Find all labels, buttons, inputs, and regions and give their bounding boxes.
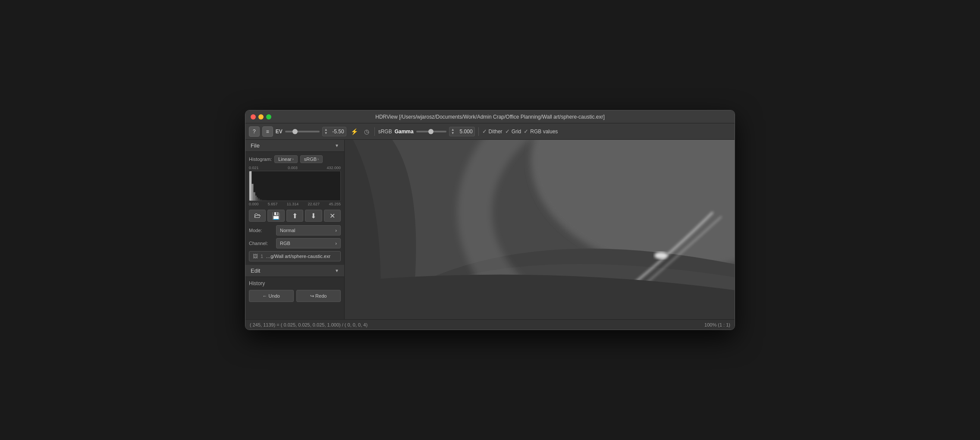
gamma-label: Gamma xyxy=(395,129,414,135)
rgb-values-label: RGB values xyxy=(530,129,558,135)
gamma-value-container: ▲ ▼ 5.000 xyxy=(449,127,475,136)
close-file-icon: ✕ xyxy=(330,212,335,220)
gamma-value: 5.000 xyxy=(455,129,473,135)
minimize-button[interactable] xyxy=(258,114,264,119)
file-actions: 🗁 💾 ⬆ ⬇ ✕ xyxy=(249,210,341,222)
gamma-down-arrow[interactable]: ▼ xyxy=(451,132,455,135)
dither-label: Dither xyxy=(489,129,503,135)
close-file-button[interactable]: ✕ xyxy=(324,210,341,222)
rgb-check-icon: ✓ xyxy=(524,128,528,135)
grid-label: Grid xyxy=(512,129,521,135)
ev-slider[interactable] xyxy=(285,131,320,132)
app-window: HDRView [/Users/wjarosz/Documents/Work/A… xyxy=(245,110,735,330)
gamma-slider[interactable] xyxy=(416,131,446,132)
mode-value: Normal xyxy=(280,228,295,233)
separator-1 xyxy=(374,127,375,136)
image-area[interactable] xyxy=(345,140,735,319)
mode-arrow: › xyxy=(335,228,337,233)
rgb-values-toggle[interactable]: ✓ RGB values xyxy=(524,128,558,135)
channel-arrow: › xyxy=(335,241,337,246)
svg-point-12 xyxy=(654,252,667,259)
srgb-label: sRGB xyxy=(378,129,392,135)
sidebar: File ▼ Histogram: Linear › sRGB › xyxy=(245,140,345,319)
file-section-header[interactable]: File ▼ xyxy=(245,140,344,152)
main-content: File ▼ Histogram: Linear › sRGB › xyxy=(245,140,735,319)
channel-value: RGB xyxy=(280,241,290,246)
svg-rect-6 xyxy=(260,199,262,201)
svg-rect-3 xyxy=(255,195,257,201)
file-item-num: 1 xyxy=(261,254,263,259)
edit-section-header[interactable]: Edit ▼ xyxy=(245,265,344,277)
download-button[interactable]: ⬇ xyxy=(305,210,322,222)
dither-check-icon: ✓ xyxy=(482,128,487,135)
close-button[interactable] xyxy=(251,114,256,119)
undo-label: ← Undo xyxy=(263,293,280,299)
status-left: ( 245, 1139) = ( 0.025, 0.025, 0.025, 1.… xyxy=(250,322,368,327)
svg-rect-1 xyxy=(251,184,253,201)
maximize-button[interactable] xyxy=(266,114,271,119)
svg-rect-7 xyxy=(262,200,267,201)
histogram-row: Histogram: Linear › sRGB › xyxy=(249,155,341,163)
ev-arrows: ▲ ▼ xyxy=(324,128,328,135)
mode-dropdown[interactable]: Normal › xyxy=(276,225,341,236)
window-title: HDRView [/Users/wjarosz/Documents/Work/A… xyxy=(375,114,605,120)
upload-button[interactable]: ⬆ xyxy=(286,210,303,222)
help-button[interactable]: ? xyxy=(249,126,260,137)
channel-label: Channel: xyxy=(249,241,273,246)
svg-rect-8 xyxy=(267,200,339,201)
svg-rect-4 xyxy=(257,197,258,201)
edit-section-title: Edit xyxy=(251,267,260,274)
save-icon: 💾 xyxy=(272,212,280,220)
image-canvas xyxy=(345,140,735,319)
dither-toggle[interactable]: ✓ Dither xyxy=(482,128,503,135)
channel-row: Channel: RGB › xyxy=(249,238,341,248)
hist-bottom-labels: 0.000 5.657 11.314 22.627 45.255 xyxy=(249,202,341,206)
menu-button[interactable]: ≡ xyxy=(262,126,273,137)
hist-top-labels: 0.021 0.003 432.000 xyxy=(249,166,341,170)
upload-icon: ⬆ xyxy=(292,212,298,220)
clock-button[interactable]: ◷ xyxy=(362,127,371,136)
file-item-name: …g/Wall art/sphere-caustic.exr xyxy=(266,254,330,259)
ev-down-arrow[interactable]: ▼ xyxy=(324,132,328,135)
file-item-icon: 🖼 xyxy=(253,253,258,259)
redo-button[interactable]: ↪ Redo xyxy=(296,290,341,302)
redo-label: ↪ Redo xyxy=(310,293,327,299)
srgb-hist-button[interactable]: sRGB › xyxy=(300,155,323,163)
status-bar: ( 245, 1139) = ( 0.025, 0.025, 0.025, 1.… xyxy=(245,319,735,330)
ev-value-container: ▲ ▼ -5.50 xyxy=(322,127,346,136)
channel-dropdown[interactable]: RGB › xyxy=(276,238,341,248)
svg-rect-2 xyxy=(253,192,255,201)
open-button[interactable]: 🗁 xyxy=(249,210,266,222)
undo-button[interactable]: ← Undo xyxy=(249,290,294,302)
gamma-slider-container xyxy=(416,131,446,132)
srgb-arrow: › xyxy=(317,157,319,161)
linear-arrow: › xyxy=(292,157,294,161)
separator-2 xyxy=(478,127,479,136)
file-section-content: Histogram: Linear › sRGB › 0.021 0.003 4… xyxy=(245,152,344,265)
ev-value: -5.50 xyxy=(329,129,344,135)
toolbar: ? ≡ EV ▲ ▼ -5.50 ⚡ ◷ sRGB Gamma ▲ ▼ 5.00… xyxy=(245,123,735,140)
ev-slider-container xyxy=(285,131,320,132)
file-section-title: File xyxy=(251,142,260,149)
edit-section-arrow: ▼ xyxy=(335,268,339,273)
histogram-label: Histogram: xyxy=(249,157,272,162)
svg-rect-5 xyxy=(258,198,260,201)
history-section: History ← Undo ↪ Redo xyxy=(245,277,344,305)
grid-check-icon: ✓ xyxy=(505,128,510,135)
history-title: History xyxy=(249,280,341,286)
gamma-arrows: ▲ ▼ xyxy=(451,128,455,135)
histogram-chart xyxy=(249,171,341,201)
mode-label: Mode: xyxy=(249,228,273,233)
flash-button[interactable]: ⚡ xyxy=(349,127,360,136)
status-right: 100% (1 : 1) xyxy=(704,322,730,327)
save-button[interactable]: 💾 xyxy=(267,210,284,222)
download-icon: ⬇ xyxy=(311,212,316,220)
file-section-arrow: ▼ xyxy=(335,143,339,148)
traffic-lights xyxy=(251,114,271,119)
open-icon: 🗁 xyxy=(254,212,261,220)
grid-toggle[interactable]: ✓ Grid xyxy=(505,128,521,135)
title-bar: HDRView [/Users/wjarosz/Documents/Work/A… xyxy=(245,110,735,123)
linear-button[interactable]: Linear › xyxy=(274,155,298,163)
ev-label: EV xyxy=(276,129,283,135)
file-item[interactable]: 🖼 1 …g/Wall art/sphere-caustic.exr xyxy=(249,251,341,261)
